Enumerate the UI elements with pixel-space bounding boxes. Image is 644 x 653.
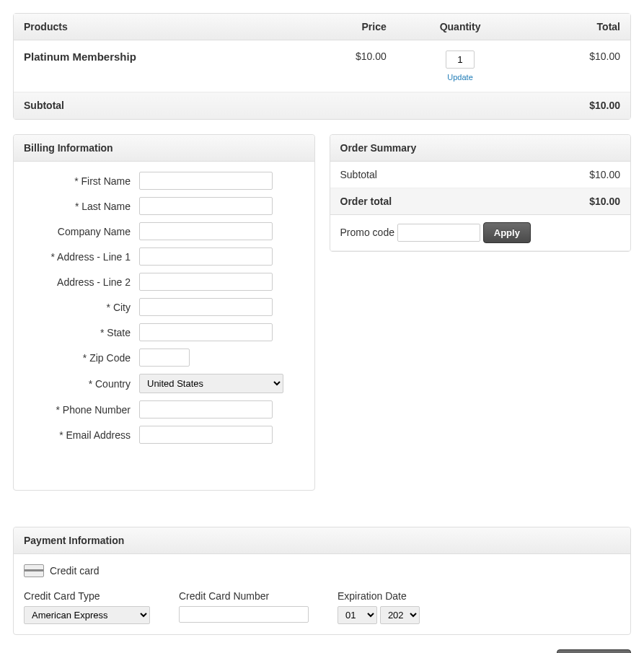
promo-label: Promo code xyxy=(340,227,394,238)
payment-title: Payment Information xyxy=(14,527,630,554)
apply-button[interactable]: Apply xyxy=(483,222,531,243)
summary-total-row: Order total $10.00 xyxy=(330,188,631,215)
product-price: $10.00 xyxy=(290,40,397,92)
first-name-label: * First Name xyxy=(24,175,139,187)
address1-label: * Address - Line 1 xyxy=(24,251,139,263)
email-input[interactable] xyxy=(139,426,273,444)
address1-input[interactable] xyxy=(139,247,273,266)
update-link[interactable]: Update xyxy=(407,73,514,82)
cart-row: Platinum Membership $10.00 Update $10.00 xyxy=(14,40,630,92)
zip-label: * Zip Code xyxy=(24,352,139,364)
city-label: * City xyxy=(24,302,139,313)
last-name-input[interactable] xyxy=(139,197,273,215)
summary-total-value: $10.00 xyxy=(506,188,630,215)
cart-panel: Products Price Quantity Total Platinum M… xyxy=(13,13,631,120)
promo-row: Promo code Apply xyxy=(330,215,631,251)
summary-subtotal-row: Subtotal $10.00 xyxy=(330,162,631,188)
company-input[interactable] xyxy=(139,222,273,240)
subtotal-row: Subtotal $10.00 xyxy=(14,92,630,119)
promo-input[interactable] xyxy=(397,224,480,242)
subtotal-label: Subtotal xyxy=(14,92,524,119)
cc-type-label: Credit Card Type xyxy=(24,590,150,602)
summary-total-label: Order total xyxy=(330,188,506,215)
phone-label: * Phone Number xyxy=(24,404,139,416)
email-label: * Email Address xyxy=(24,429,139,441)
last-name-label: * Last Name xyxy=(24,201,139,212)
state-input[interactable] xyxy=(139,323,273,341)
billing-panel: Billing Information * First Name * Last … xyxy=(13,134,315,491)
city-input[interactable] xyxy=(139,298,273,316)
credit-card-icon xyxy=(24,564,44,577)
address2-label: Address - Line 2 xyxy=(24,276,139,288)
cc-number-input[interactable] xyxy=(179,606,309,623)
col-products: Products xyxy=(14,14,290,40)
summary-subtotal-label: Subtotal xyxy=(330,162,506,188)
company-label: Company Name xyxy=(24,226,139,237)
product-name: Platinum Membership xyxy=(14,40,290,92)
billing-title: Billing Information xyxy=(14,135,314,162)
subtotal-value: $10.00 xyxy=(524,92,630,119)
state-label: * State xyxy=(24,327,139,338)
exp-month-select[interactable]: 01 xyxy=(338,606,377,624)
payment-panel: Payment Information Credit card Credit C… xyxy=(13,527,631,635)
col-quantity: Quantity xyxy=(397,14,524,40)
cc-type-select[interactable]: American Express xyxy=(24,606,150,624)
cart-table: Products Price Quantity Total Platinum M… xyxy=(14,14,630,119)
exp-label: Expiration Date xyxy=(338,590,420,602)
zip-input[interactable] xyxy=(139,349,190,367)
product-total: $10.00 xyxy=(524,40,630,92)
payment-method-label: Credit card xyxy=(50,565,99,577)
col-total: Total xyxy=(524,14,630,40)
country-select[interactable]: United States xyxy=(139,374,283,393)
cc-number-label: Credit Card Number xyxy=(179,590,309,602)
address2-input[interactable] xyxy=(139,273,273,291)
payment-method: Credit card xyxy=(24,564,620,577)
col-price: Price xyxy=(290,14,397,40)
place-order-button[interactable]: Place Order xyxy=(557,649,631,653)
summary-subtotal-value: $10.00 xyxy=(506,162,630,188)
summary-panel: Order Summary Subtotal $10.00 Order tota… xyxy=(330,134,632,252)
phone-input[interactable] xyxy=(139,400,273,418)
summary-title: Order Summary xyxy=(330,135,631,162)
exp-year-select[interactable]: 2024 xyxy=(380,606,420,624)
country-label: * Country xyxy=(24,378,139,390)
quantity-input[interactable] xyxy=(446,51,475,69)
first-name-input[interactable] xyxy=(139,172,273,190)
